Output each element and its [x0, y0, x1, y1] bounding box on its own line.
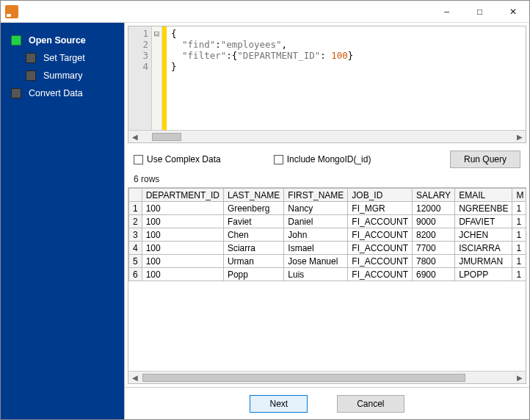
table-cell[interactable]: Jose Manuel	[284, 255, 348, 268]
column-header[interactable]: SALARY	[412, 189, 454, 202]
row-number-cell[interactable]: 5	[129, 255, 142, 268]
row-number-cell[interactable]: 4	[129, 242, 142, 255]
next-button[interactable]: Next	[250, 395, 308, 413]
table-cell[interactable]: Chen	[223, 228, 283, 242]
table-hscrollbar[interactable]: ◀ ▶	[128, 371, 526, 383]
row-number-cell[interactable]: 2	[129, 215, 142, 228]
column-header[interactable]: LAST_NAME	[223, 189, 283, 202]
minimize-button[interactable]: –	[430, 1, 463, 23]
query-editor[interactable]: 1 2 3 4 ⊟ { "find":"employees", "filter"…	[128, 26, 526, 143]
table-cell[interactable]: 100	[142, 228, 223, 242]
table-cell[interactable]: 6900	[412, 268, 454, 281]
row-number-cell[interactable]: 6	[129, 268, 142, 281]
use-complex-data-checkbox[interactable]: Use Complex Data	[134, 154, 221, 164]
table-cell[interactable]: JCHEN	[455, 228, 512, 242]
table-cell[interactable]: NGREENBE	[455, 202, 512, 215]
table-cell[interactable]: 1	[512, 228, 526, 242]
query-controls: Use Complex Data Include MongoID(_id) Ru…	[125, 143, 529, 173]
scroll-right-icon[interactable]: ▶	[513, 131, 526, 143]
results-table-wrap: DEPARTMENT_ID LAST_NAME FIRST_NAME JOB_I…	[128, 187, 526, 384]
table-cell[interactable]: 1	[512, 268, 526, 281]
cancel-button[interactable]: Cancel	[337, 395, 404, 413]
results-table: DEPARTMENT_ID LAST_NAME FIRST_NAME JOB_I…	[128, 188, 526, 281]
table-cell[interactable]: Sciarra	[223, 242, 283, 255]
table-cell[interactable]: Popp	[223, 268, 283, 281]
row-number-cell[interactable]: 3	[129, 228, 142, 242]
step-summary[interactable]: Summary	[1, 67, 124, 84]
step-label: Set Target	[43, 53, 85, 63]
row-number-cell[interactable]: 1	[129, 202, 142, 215]
step-indicator-icon	[11, 35, 21, 46]
table-cell[interactable]: FI_ACCOUNT	[348, 215, 413, 228]
table-cell[interactable]: 1	[512, 255, 526, 268]
results-grid[interactable]: DEPARTMENT_ID LAST_NAME FIRST_NAME JOB_I…	[128, 188, 526, 371]
table-cell[interactable]: 8200	[412, 228, 454, 242]
table-row[interactable]: 6100PoppLuisFI_ACCOUNT6900LPOPP1	[129, 268, 526, 281]
table-cell[interactable]: FI_ACCOUNT	[348, 242, 413, 255]
table-cell[interactable]: 12000	[412, 202, 454, 215]
step-label: Summary	[43, 70, 82, 81]
table-cell[interactable]: Greenberg	[223, 202, 283, 215]
table-cell[interactable]: ISCIARRA	[455, 242, 512, 255]
row-number-header[interactable]	[129, 189, 142, 202]
table-row[interactable]: 4100SciarraIsmaelFI_ACCOUNT7700ISCIARRA1	[129, 242, 526, 255]
table-cell[interactable]: 1	[512, 202, 526, 215]
scroll-left-icon[interactable]: ◀	[128, 372, 141, 384]
table-cell[interactable]: 100	[142, 268, 223, 281]
table-cell[interactable]: 7700	[412, 242, 454, 255]
table-row[interactable]: 1100GreenbergNancyFI_MGR12000NGREENBE1	[129, 202, 526, 215]
scroll-right-icon[interactable]: ▶	[513, 372, 526, 384]
table-cell[interactable]: 100	[142, 255, 223, 268]
table-cell[interactable]: DFAVIET	[455, 215, 512, 228]
close-button[interactable]: ✕	[496, 1, 529, 23]
include-mongoid-checkbox[interactable]: Include MongoID(_id)	[274, 154, 371, 164]
line-gutter: 1 2 3 4	[128, 26, 152, 130]
table-cell[interactable]: FI_ACCOUNT	[348, 255, 413, 268]
table-cell[interactable]: Nancy	[284, 202, 348, 215]
table-cell[interactable]: FI_ACCOUNT	[348, 268, 413, 281]
titlebar: – □ ✕	[1, 1, 529, 23]
table-cell[interactable]: 1	[512, 215, 526, 228]
editor-hscrollbar[interactable]: ◀ ▶	[128, 130, 526, 142]
table-cell[interactable]: 100	[142, 215, 223, 228]
column-header[interactable]: EMAIL	[455, 189, 512, 202]
table-cell[interactable]: John	[284, 228, 348, 242]
maximize-button[interactable]: □	[463, 1, 496, 23]
column-header[interactable]: M	[512, 189, 526, 202]
scroll-thumb[interactable]	[142, 374, 465, 382]
checkbox-icon	[274, 155, 283, 164]
column-header[interactable]: DEPARTMENT_ID	[142, 189, 223, 202]
step-set-target[interactable]: Set Target	[1, 49, 124, 67]
table-cell[interactable]: Urman	[223, 255, 283, 268]
table-cell[interactable]: 100	[142, 202, 223, 215]
table-cell[interactable]: 7800	[412, 255, 454, 268]
run-query-button[interactable]: Run Query	[450, 151, 520, 168]
table-cell[interactable]: Luis	[284, 268, 348, 281]
column-header[interactable]: JOB_ID	[348, 189, 413, 202]
table-cell[interactable]: Daniel	[284, 215, 348, 228]
table-cell[interactable]: LPOPP	[455, 268, 512, 281]
wizard-footer: Next Cancel	[125, 387, 529, 419]
table-cell[interactable]: Ismael	[284, 242, 348, 255]
code-area[interactable]: { "find":"employees", "filter":{"DEPARTM…	[167, 26, 526, 130]
scroll-left-icon[interactable]: ◀	[128, 131, 141, 143]
table-cell[interactable]: JMURMAN	[455, 255, 512, 268]
step-label: Open Source	[29, 35, 86, 46]
column-header[interactable]: FIRST_NAME	[284, 189, 348, 202]
table-cell[interactable]: 9000	[412, 215, 454, 228]
table-cell[interactable]: Faviet	[223, 215, 283, 228]
table-header-row: DEPARTMENT_ID LAST_NAME FIRST_NAME JOB_I…	[129, 189, 526, 202]
table-cell[interactable]: FI_ACCOUNT	[348, 228, 413, 242]
wizard-sidebar: Open Source Set Target Summary Convert D…	[1, 23, 124, 419]
table-cell[interactable]: 100	[142, 242, 223, 255]
step-convert-data[interactable]: Convert Data	[1, 84, 124, 102]
fold-gutter[interactable]: ⊟	[152, 26, 162, 130]
table-row[interactable]: 2100FavietDanielFI_ACCOUNT9000DFAVIET1	[129, 215, 526, 228]
step-open-source[interactable]: Open Source	[1, 32, 124, 49]
table-cell[interactable]: FI_MGR	[348, 202, 413, 215]
table-row[interactable]: 5100UrmanJose ManuelFI_ACCOUNT7800JMURMA…	[129, 255, 526, 268]
table-row[interactable]: 3100ChenJohnFI_ACCOUNT8200JCHEN1	[129, 228, 526, 242]
app-icon	[5, 5, 18, 18]
scroll-thumb[interactable]	[152, 133, 181, 141]
table-cell[interactable]: 1	[512, 242, 526, 255]
